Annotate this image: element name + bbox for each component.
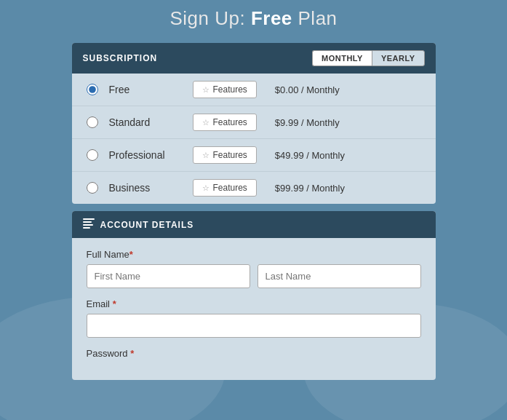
billing-monthly-button[interactable]: MONTHLY: [312, 50, 372, 66]
plan-row-business: Business☆ Features$99.99 / Monthly: [72, 172, 436, 204]
title-prefix: Sign Up:: [169, 7, 250, 29]
password-label-text: Password: [87, 348, 128, 359]
first-name-input[interactable]: [87, 264, 250, 288]
star-icon: ☆: [202, 151, 209, 160]
title-suffix: Plan: [292, 7, 338, 29]
account-icon: ​: [83, 218, 95, 231]
plan-price-professional: $49.99 / Monthly: [275, 150, 345, 161]
svg-rect-1: [83, 221, 92, 223]
subscription-header: SUBSCRIPTION MONTHLY YEARLY: [72, 43, 436, 74]
email-label: Email *: [87, 298, 421, 309]
features-button-free[interactable]: ☆ Features: [193, 81, 257, 98]
full-name-text: Full Name: [87, 249, 129, 260]
plan-radio-free[interactable]: [87, 84, 98, 95]
email-field: Email *: [87, 298, 421, 338]
plan-row-free: Free☆ Features$0.00 / Monthly: [72, 74, 436, 106]
full-name-required: *: [129, 249, 133, 260]
full-name-label: Full Name*: [87, 249, 421, 260]
plan-name-free: Free: [109, 84, 182, 95]
main-container: Sign Up: Free Plan SUBSCRIPTION MONTHLY …: [72, 7, 436, 380]
title-highlight: Free: [251, 7, 292, 29]
email-input[interactable]: [87, 314, 421, 338]
subscription-header-left: SUBSCRIPTION: [83, 53, 158, 63]
name-fields: [87, 264, 421, 288]
subscription-section: SUBSCRIPTION MONTHLY YEARLY Free☆ Featur…: [72, 43, 436, 204]
password-label: Password *: [87, 348, 421, 359]
svg-rect-2: [83, 224, 93, 226]
plan-radio-professional[interactable]: [87, 149, 98, 161]
billing-toggle: MONTHLY YEARLY: [312, 50, 424, 66]
plan-price-standard: $9.99 / Monthly: [275, 117, 340, 128]
features-button-standard[interactable]: ☆ Features: [193, 114, 257, 131]
account-section: ​ ACCOUNT DETAILS Full Name* Email: [72, 211, 436, 380]
plan-price-business: $99.99 / Monthly: [275, 183, 345, 194]
page-title: Sign Up: Free Plan: [72, 7, 436, 30]
star-icon: ☆: [202, 85, 209, 95]
svg-rect-0: [83, 218, 95, 220]
email-label-text: Email: [87, 298, 111, 309]
billing-yearly-button[interactable]: YEARLY: [372, 50, 425, 66]
account-form-body: Full Name* Email * Password *: [72, 238, 436, 380]
features-button-professional[interactable]: ☆ Features: [193, 146, 257, 164]
star-icon: ☆: [202, 183, 209, 193]
plan-name-business: Business: [109, 182, 182, 194]
plan-radio-standard[interactable]: [87, 116, 98, 128]
password-required: *: [128, 348, 135, 359]
plan-list: Free☆ Features$0.00 / MonthlyStandard☆ F…: [72, 74, 436, 204]
plan-row-professional: Professional☆ Features$49.99 / Monthly: [72, 139, 436, 172]
plan-radio-business[interactable]: [87, 182, 98, 194]
svg-rect-3: [83, 227, 90, 229]
account-header-label: ACCOUNT DETAILS: [100, 220, 194, 230]
plan-row-standard: Standard☆ Features$9.99 / Monthly: [72, 106, 436, 139]
plan-name-standard: Standard: [109, 116, 182, 128]
password-field: Password *: [87, 348, 421, 359]
plan-price-free: $0.00 / Monthly: [275, 84, 340, 95]
features-button-business[interactable]: ☆ Features: [193, 179, 257, 197]
email-required: *: [110, 298, 116, 309]
last-name-input[interactable]: [258, 264, 421, 288]
star-icon: ☆: [202, 118, 209, 127]
plan-name-professional: Professional: [109, 149, 182, 161]
subscription-label: SUBSCRIPTION: [83, 53, 158, 63]
account-header: ​ ACCOUNT DETAILS: [72, 211, 436, 238]
